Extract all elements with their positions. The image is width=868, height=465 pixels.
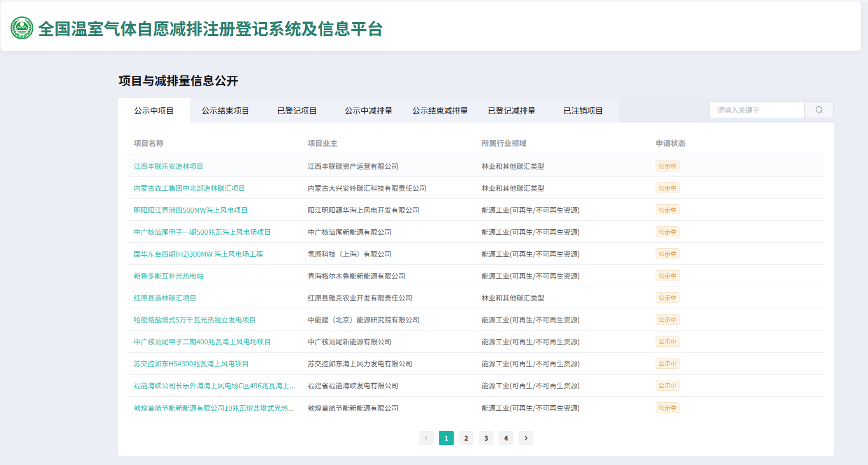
svg-text:MEE: MEE [18, 35, 26, 38]
